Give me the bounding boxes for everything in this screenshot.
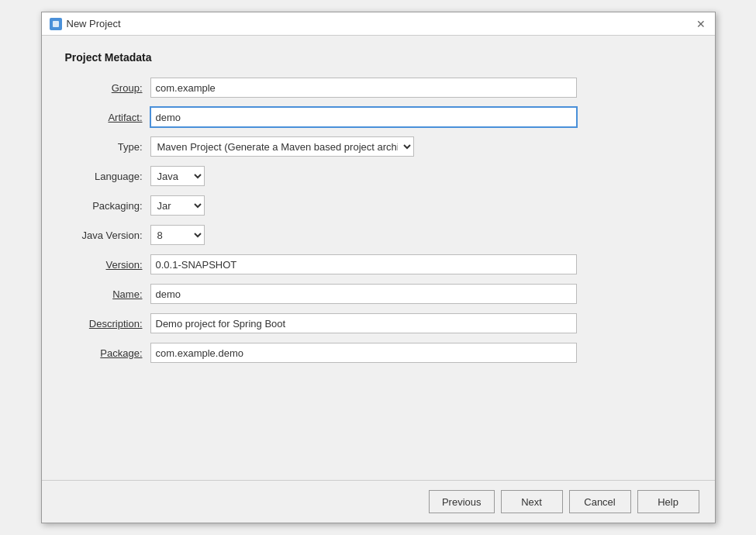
description-row: Description: (65, 313, 692, 333)
java-version-label: Java Version: (65, 230, 150, 241)
package-row: Package: (65, 343, 692, 363)
version-input[interactable] (150, 254, 577, 274)
previous-button[interactable]: Previous (429, 490, 495, 513)
next-button[interactable]: Next (501, 490, 563, 513)
version-row: Version: (65, 254, 692, 274)
title-bar: New Project ✕ (42, 12, 715, 36)
package-label: Package: (65, 347, 150, 359)
name-row: Name: (65, 284, 692, 304)
artifact-row: Artifact: (65, 107, 692, 127)
group-input[interactable] (150, 78, 577, 98)
language-row: Language: Java Kotlin Groovy (65, 166, 692, 186)
java-version-select[interactable]: 8 11 17 21 (150, 225, 205, 245)
version-label: Version: (65, 259, 150, 271)
title-bar-left: New Project (50, 18, 121, 30)
packaging-row: Packaging: Jar War (65, 195, 692, 216)
new-project-dialog: New Project ✕ Project Metadata Group: Ar… (41, 12, 716, 523)
artifact-input[interactable] (150, 107, 577, 127)
description-label: Description: (65, 318, 150, 330)
language-select[interactable]: Java Kotlin Groovy (150, 166, 205, 186)
java-version-row: Java Version: 8 11 17 21 (65, 225, 692, 245)
description-input[interactable] (150, 313, 577, 333)
packaging-label: Packaging: (65, 200, 150, 212)
section-title: Project Metadata (65, 51, 692, 64)
type-select[interactable]: Maven Project (Generate a Maven based pr… (150, 136, 414, 157)
cancel-button[interactable]: Cancel (569, 490, 631, 513)
type-row: Type: Maven Project (Generate a Maven ba… (65, 136, 692, 157)
package-input[interactable] (150, 343, 577, 363)
packaging-select[interactable]: Jar War (150, 195, 205, 216)
dialog-title: New Project (67, 18, 121, 29)
name-input[interactable] (150, 284, 577, 304)
dialog-content: Project Metadata Group: Artifact: Type: … (42, 36, 715, 480)
group-row: Group: (65, 78, 692, 98)
close-icon[interactable]: ✕ (695, 18, 707, 30)
help-button[interactable]: Help (637, 490, 699, 513)
artifact-label: Artifact: (65, 112, 150, 123)
name-label: Name: (65, 288, 150, 300)
group-label: Group: (65, 82, 150, 94)
type-label: Type: (65, 141, 150, 153)
dialog-icon (50, 18, 62, 30)
language-label: Language: (65, 171, 150, 182)
svg-rect-0 (53, 21, 59, 27)
dialog-footer: Previous Next Cancel Help (42, 480, 715, 523)
